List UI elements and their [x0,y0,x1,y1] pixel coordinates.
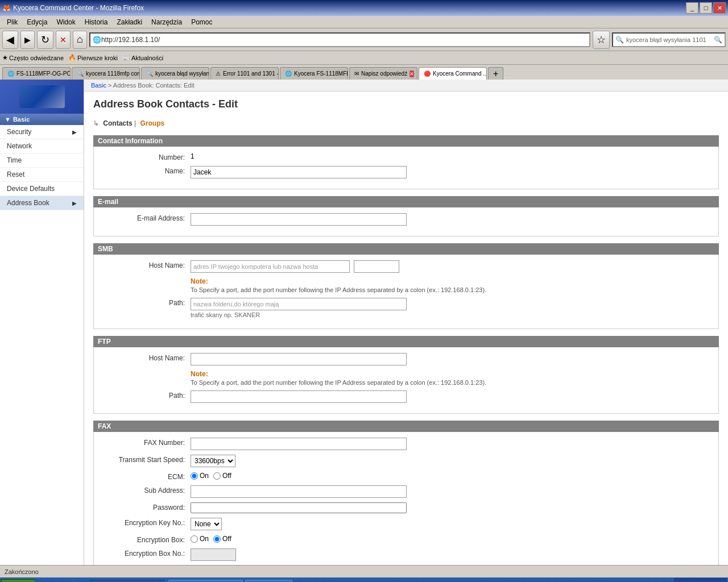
search-engine-icon: 🔍 [615,36,624,44]
control-ftp-path [191,390,713,403]
menubar: Plik Edycja Widok Historia Zakładki Narz… [0,16,728,28]
tab-6[interactable]: 🔴 Kyocera Command ... ✕ [419,67,487,80]
password-input[interactable] [191,502,407,513]
section-header-fax: FAX [93,421,719,432]
address-text: http://192.168.1.10/ [101,36,160,44]
menu-zakladki[interactable]: Zakładki [112,17,147,27]
tab-close-5[interactable]: ✕ [410,70,414,77]
enc-box-off-label[interactable]: Off [213,535,231,543]
titlebar-controls[interactable]: _ □ ✕ [686,2,726,14]
refresh-button[interactable]: ↻ [37,31,53,49]
label-transmit-speed: Transmit Start Speed: [100,455,191,464]
label-encryption-box: Encryption Box: [100,535,191,544]
menu-edycja[interactable]: Edycja [22,17,52,27]
sidebar-basic-header[interactable]: ▼ Basic [0,114,84,125]
field-number: Number: 1 [94,152,718,161]
sub-address-input[interactable] [191,485,407,498]
tab-4[interactable]: 🌐 Kyocera FS-1118MFP-O... ✕ [280,67,348,80]
sidebar-basic-label: Basic [13,116,30,123]
enc-box-on-radio[interactable] [191,535,198,543]
sidebar-item-security[interactable]: Security ▶ [0,125,84,139]
fax-number-input[interactable] [191,438,407,450]
firefox-icon: 🦊 [2,4,11,12]
taskbar: ⊞ Start 🔵🦊🔵🌀💿 🔴 Kyocera Command C... ✉ S… [0,577,728,582]
star-button[interactable]: ☆ [593,31,610,49]
section-header-ftp: FTP [93,336,719,347]
sidebar-item-reset[interactable]: Reset [0,168,84,182]
field-name: Name: [94,166,718,178]
ecm-off-radio[interactable] [213,472,221,480]
close-button[interactable]: ✕ [713,2,726,14]
back-button[interactable]: ◀ [2,31,18,49]
label-encryption-box-no: Encryption Box No.: [100,548,191,558]
email-input[interactable] [191,213,407,226]
ecm-on-label[interactable]: On [191,472,209,480]
tab-icon-4: 🌐 [285,70,292,77]
menu-narzedzia[interactable]: Narzędzia [147,17,187,27]
control-email [191,213,713,226]
groups-tab-link[interactable]: Groups [140,119,164,127]
sidebar-item-device-defaults[interactable]: Device Defaults [0,182,84,196]
menu-historia[interactable]: Historia [80,17,113,27]
menu-widok[interactable]: Widok [52,17,80,27]
bookmark-news[interactable]: 📰 Aktualności [122,54,163,61]
sidebar-item-time[interactable]: Time [0,153,84,168]
enc-box-on-label[interactable]: On [191,535,209,543]
ecm-on-radio[interactable] [191,472,198,480]
label-smb-path: Path: [100,298,191,307]
section-body-contact-info: Number: 1 Name: [93,147,719,189]
ecm-off-label[interactable]: Off [213,472,231,480]
tab-5[interactable]: ✉ Napisz odpowiedź ✕ [349,67,417,80]
smb-note-spacer [100,277,191,278]
enc-box-off-radio[interactable] [213,535,221,543]
maximize-button[interactable]: □ [700,2,712,14]
transmit-speed-select[interactable]: 33600bps 14400bps 9600bps 4800bps [191,455,235,467]
tab-2[interactable]: 🔍 kyocera błąd wysyłania... ✕ [141,67,209,80]
ftp-path-input[interactable] [191,390,407,403]
minimize-button[interactable]: _ [686,2,698,14]
taskbar-item-system[interactable]: 💻 System (C:) [245,580,292,582]
tab-3[interactable]: ⚠ Error 1101 and 1301 - ... ✕ [210,67,279,80]
taskbar-item-kyocera[interactable]: 🔴 Kyocera Command C... [90,580,166,582]
tab-0[interactable]: 🌐 FS-1118MFP-OG-PO-pd... ✕ [2,67,71,80]
sidebar-item-address-book[interactable]: Address Book ▶ [0,196,84,210]
section-header-contact-info: Contact Information [93,135,719,147]
forward-button[interactable]: ▶ [20,31,35,49]
search-text: kyocera błąd wysyłania 1101 [626,36,712,43]
menu-plik[interactable]: Plik [2,17,22,27]
bookmark-first-steps[interactable]: 🔥 Pierwsze kroki [68,54,118,61]
ftp-host-input[interactable] [191,353,407,365]
stop-button[interactable]: ✕ [56,31,71,49]
control-password [191,502,713,513]
search-submit-icon[interactable]: 🔍 [714,36,722,44]
label-number: Number: [100,152,191,161]
smb-port-input[interactable] [354,260,399,273]
sidebar-image [0,80,84,114]
smb-host-input[interactable] [191,260,350,273]
search-bar[interactable]: 🔍 kyocera błąd wysyłania 1101 🔍 [612,32,726,47]
fire-icon: 🔥 [68,54,76,61]
label-password: Password: [100,502,191,512]
breadcrumb-separator: > [108,82,113,89]
tab-1[interactable]: 🔍 kyocera 1118mfp comm... ✕ [72,67,140,80]
titlebar-title: Kyocera Command Center - Mozilla Firefox [13,4,144,12]
menu-pomoc[interactable]: Pomoc [187,17,217,27]
label-fax-number: FAX Number: [100,438,191,447]
news-icon: 📰 [122,54,130,61]
sidebar-item-network[interactable]: Network [0,139,84,153]
address-bar[interactable]: 🌐 http://192.168.1.10/ [89,32,590,47]
tab-new[interactable]: + [488,67,503,80]
name-input[interactable] [191,166,407,178]
encryption-key-select[interactable]: None [191,518,222,530]
field-ftp-host: Host Name: [94,353,718,365]
encryption-box-no-input[interactable] [191,548,236,561]
bookmark-often[interactable]: ★ Często odwiedzane [2,54,64,61]
field-smb-host: Host Name: [94,260,718,273]
contacts-tab-link[interactable]: Contacts [103,119,132,127]
breadcrumb-basic-link[interactable]: Basic [91,82,106,89]
taskbar-item-inbox[interactable]: ✉ Skrzynka odbiorcza - ... [168,580,242,582]
home-button[interactable]: ⌂ [73,31,87,49]
smb-path-input[interactable] [191,298,407,310]
page-title: Address Book Contacts - Edit [93,98,719,114]
start-button[interactable]: ⊞ Start [1,579,37,582]
